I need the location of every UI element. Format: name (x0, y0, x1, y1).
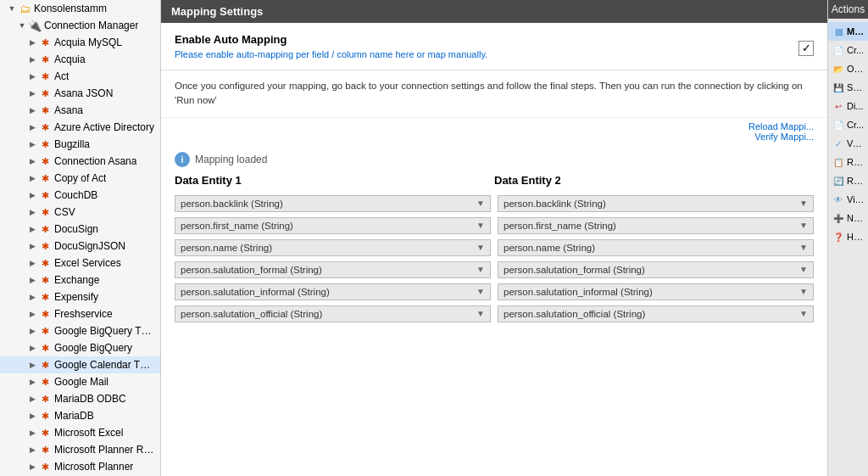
mapping-row: person.salutation_informal (String) ▼ pe… (175, 283, 814, 300)
sidebar-item-exchange[interactable]: ▶ ✱ Exchange (0, 272, 160, 288)
entity2-field-select[interactable]: person.name (String) ▼ (498, 239, 814, 256)
sidebar-item-couchdb[interactable]: ▶ ✱ CouchDB (0, 187, 160, 204)
sidebar-item-mariadb[interactable]: ▶ ✱ MariaDB (0, 407, 160, 424)
sidebar-item-mariadb-odbc[interactable]: ▶ ✱ MariaDB ODBC (0, 390, 160, 407)
sidebar-item-asana-json[interactable]: ▶ ✱ Asana JSON (0, 85, 160, 102)
entity2-field-select[interactable]: person.salutation_formal (String) ▼ (498, 261, 814, 278)
entity1-field-select[interactable]: person.name (String) ▼ (175, 239, 491, 256)
sidebar-item-microsoft-planner-rest[interactable]: ▶ ✱ Microsoft Planner REST (0, 441, 160, 458)
item-expand-icon: ▶ (27, 156, 37, 166)
entity2-field-select[interactable]: person.salutation_informal (String) ▼ (498, 283, 814, 300)
action-item-7[interactable]: 📋 Re... (828, 153, 868, 171)
sidebar-item-asana[interactable]: ▶ ✱ Asana (0, 102, 160, 119)
action-label-5: Cr... (847, 120, 864, 130)
entity1-field-select[interactable]: person.salutation_formal (String) ▼ (175, 261, 491, 278)
item-icon: ✱ (38, 324, 52, 338)
sidebar-item-connection-manager[interactable]: ▼ 🔌 Connection Manager (0, 17, 160, 34)
sidebar-item-microsoft-excel[interactable]: ▶ ✱ Microsoft Excel (0, 424, 160, 441)
sidebar-item-azure-active-directory[interactable]: ▶ ✱ Azure Active Directory (0, 119, 160, 136)
action-icon-9: 👁 (832, 193, 845, 206)
entity1-header: Data Entity 1 (175, 174, 494, 187)
sidebar-item-connection-asana[interactable]: ▶ ✱ Connection Asana (0, 153, 160, 170)
auto-mapping-checkbox[interactable]: ✓ (798, 41, 814, 56)
action-icon-4: ↩ (832, 99, 845, 113)
action-item-1[interactable]: 📄 Cr... (828, 41, 868, 59)
chevron-down-icon: ▼ (476, 309, 485, 318)
sidebar-item-acquia[interactable]: ▶ ✱ Acquia (0, 51, 160, 68)
item-expand-icon: ▶ (27, 292, 37, 302)
sidebar-item-microsoft-planner[interactable]: ▶ ✱ Microsoft Planner (0, 458, 160, 475)
root-expand-icon: ▼ (7, 3, 17, 14)
item-icon: ✱ (38, 426, 52, 440)
entity1-field-value: person.salutation_formal (String) (181, 265, 322, 275)
sidebar-item-copy-of-act[interactable]: ▶ ✱ Copy of Act (0, 170, 160, 187)
sidebar-item-docusignjson[interactable]: ▶ ✱ DocuSignJSON (0, 238, 160, 255)
action-item-4[interactable]: ↩ Di... (828, 97, 868, 115)
sidebar-item-csv[interactable]: ▶ ✱ CSV (0, 204, 160, 221)
action-item-5[interactable]: 📄 Cr... (828, 115, 868, 134)
action-item-2[interactable]: 📂 Op... (828, 59, 868, 78)
sidebar-item-freshservice[interactable]: ▶ ✱ Freshservice (0, 305, 160, 322)
item-icon: ✱ (38, 171, 52, 185)
entity1-field-select[interactable]: person.salutation_official (String) ▼ (175, 305, 491, 322)
root-folder-icon: 🗂 (18, 2, 31, 15)
entity1-field-select[interactable]: person.backlink (String) ▼ (175, 195, 491, 212)
sidebar-item-excel-services[interactable]: ▶ ✱ Excel Services (0, 255, 160, 272)
sidebar-root[interactable]: ▼ 🗂 Konsolenstamm (0, 0, 160, 17)
sidebar-item-label: Exchange (54, 274, 99, 286)
mapping-loaded-label: Mapping loaded (195, 154, 267, 165)
sidebar-item-docusign[interactable]: ▶ ✱ DocuSign (0, 221, 160, 238)
verify-mapping-link[interactable]: Verify Mappi... (175, 132, 814, 142)
item-icon: ✱ (38, 341, 52, 355)
action-item-10[interactable]: ➕ Ne... (828, 209, 868, 227)
chevron-down-icon: ▼ (476, 243, 485, 252)
item-icon: ✱ (38, 443, 52, 456)
action-item-3[interactable]: 💾 Sa... (828, 78, 868, 97)
item-expand-icon: ▶ (27, 326, 37, 336)
reload-links: Reload Mappi... Verify Mappi... (161, 118, 827, 145)
item-expand-icon: ▶ (27, 71, 37, 81)
entity2-field-select[interactable]: person.backlink (String) ▼ (498, 195, 814, 212)
entity1-field-select[interactable]: person.first_name (String) ▼ (175, 217, 491, 234)
sidebar-item-label: Copy of Act (54, 172, 106, 184)
item-icon: ✱ (38, 290, 52, 304)
action-label-11: He... (847, 232, 865, 242)
sidebar-item-google-bigquery[interactable]: ▶ ✱ Google BigQuery (0, 339, 160, 356)
sidebar-item-act[interactable]: ▶ ✱ Act (0, 68, 160, 85)
entity2-field-select[interactable]: person.salutation_official (String) ▼ (498, 305, 814, 322)
action-item-9[interactable]: 👁 Vie... (828, 190, 868, 209)
sidebar-item-acquia-mysql[interactable]: ▶ ✱ Acquia MySQL (0, 34, 160, 51)
sidebar-item-bugzilla[interactable]: ▶ ✱ Bugzilla (0, 136, 160, 153)
chevron-down-icon: ▼ (476, 265, 485, 274)
sidebar-item-expensify[interactable]: ▶ ✱ Expensify (0, 288, 160, 305)
reload-mapping-link[interactable]: Reload Mappi... (175, 121, 814, 132)
chevron-down-icon: ▼ (476, 287, 485, 296)
action-icon-11: ❓ (832, 230, 845, 244)
item-icon: ✱ (38, 409, 52, 423)
entity1-field-select[interactable]: person.salutation_informal (String) ▼ (175, 283, 491, 300)
action-icon-10: ➕ (832, 211, 845, 225)
item-expand-icon: ▶ (27, 207, 37, 217)
item-expand-icon: ▶ (27, 445, 37, 455)
item-icon: ✱ (38, 222, 52, 236)
chevron-down-icon: ▼ (476, 199, 485, 208)
item-expand-icon: ▶ (27, 88, 37, 98)
entity1-field-value: person.backlink (String) (181, 199, 283, 209)
sidebar-item-google-mail[interactable]: ▶ ✱ Google Mail (0, 373, 160, 390)
sidebar-item-label: Microsoft Planner (54, 461, 133, 473)
entity1-field-value: person.name (String) (181, 243, 272, 253)
entity1-field-value: person.salutation_informal (String) (181, 287, 330, 297)
sidebar-item-label: Microsoft Planner REST (54, 444, 157, 456)
action-item-8[interactable]: 🔄 Ru... (828, 171, 868, 190)
entity2-field-select[interactable]: person.first_name (String) ▼ (498, 217, 814, 234)
entity2-field-value: person.salutation_formal (String) (504, 265, 645, 275)
item-expand-icon: ▶ (27, 428, 37, 438)
info-text: Once you configured your mapping, go bac… (175, 81, 803, 105)
action-item-0[interactable]: ▤ Mappin... (828, 22, 868, 41)
sidebar-item-google-bigquery-test[interactable]: ▶ ✱ Google BigQuery TEST (0, 322, 160, 339)
entity1-field-value: person.salutation_official (String) (181, 309, 322, 319)
action-item-11[interactable]: ❓ He... (828, 227, 868, 246)
sidebar-item-google-calendar-test[interactable]: ▶ ✱ Google Calendar TEST (0, 356, 160, 373)
item-icon: ✱ (38, 36, 52, 49)
action-item-6[interactable]: ✓ Ve... (828, 134, 868, 153)
